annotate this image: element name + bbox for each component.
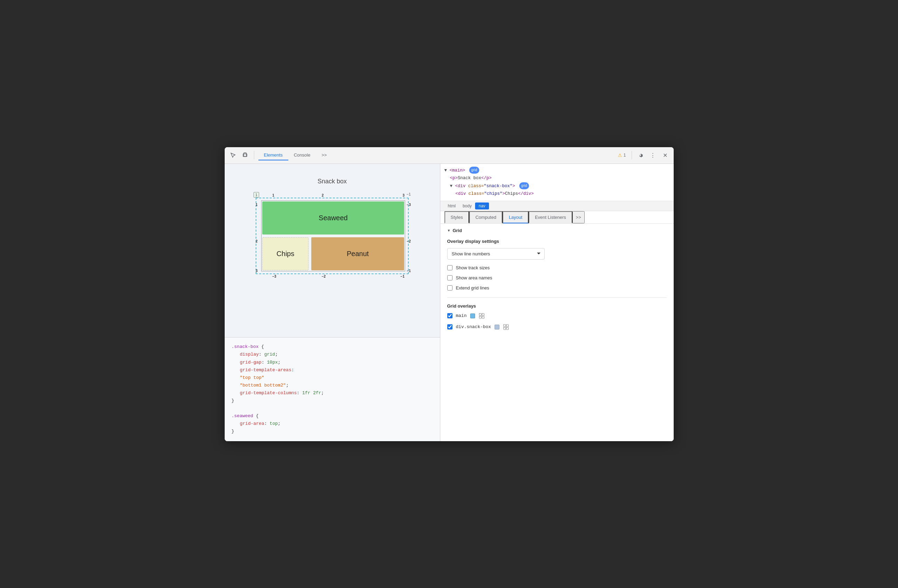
warning-count: 1 [624, 153, 626, 158]
dom-tag-chips-close: </div> [518, 191, 534, 196]
breadcrumb-nav[interactable]: nav [475, 203, 489, 209]
toolbar-divider [254, 151, 254, 159]
subtab-layout[interactable]: Layout [503, 211, 529, 223]
checkbox-area-names-label: Show area names [456, 275, 492, 280]
dom-tag-p-open: <p> [450, 176, 458, 180]
dom-tree: ▼ <main> grid <p>Snack box</p> ▼ <div cl… [440, 164, 674, 201]
main-content: Snack box 1 −1 1 2 3 1 2 3 [224, 164, 674, 441]
tab-console[interactable]: Console [288, 150, 316, 160]
code-line-8: } [232, 397, 433, 405]
code-line-9: .seaweed { [232, 412, 433, 420]
code-line-5: "top top" [232, 374, 433, 382]
right-panel: ▼ <main> grid <p>Snack box</p> ▼ <div cl… [440, 164, 674, 441]
toolbar-tabs: Elements Console >> [258, 150, 614, 160]
breadcrumb: html body nav [440, 201, 674, 211]
checkbox-track-sizes-label: Show track sizes [456, 265, 490, 270]
svg-rect-7 [506, 325, 509, 327]
code-line-1: .snack-box { [232, 343, 433, 351]
dom-tag-div-end: > [513, 184, 515, 189]
row-num-neg3: −3 [407, 203, 411, 207]
more-options-icon[interactable]: ⋮ [647, 149, 658, 161]
overlay-item-snack-box: div.snack-box [447, 324, 667, 330]
dropdown-row: Show line numbersShow line namesHide [447, 248, 667, 260]
subtab-styles[interactable]: Styles [444, 211, 469, 223]
device-toggle-icon[interactable] [240, 149, 251, 161]
col-num-1: 1 [272, 194, 274, 197]
subtab-computed[interactable]: Computed [469, 211, 503, 223]
checkbox-main-overlay[interactable] [447, 313, 452, 319]
close-icon[interactable]: ✕ [660, 149, 671, 161]
grid-title: Snack box [318, 178, 347, 185]
dom-line-main[interactable]: ▼ <main> grid [444, 167, 669, 175]
grid-visualizer: Snack box 1 −1 1 2 3 1 2 3 [224, 164, 440, 337]
row-num-1: 1 [255, 203, 258, 207]
code-panel: .snack-box { display: grid; grid-gap: 10… [224, 337, 440, 441]
warning-icon: ⚠ [618, 152, 622, 158]
tab-elements[interactable]: Elements [258, 150, 288, 160]
grid-section-label: Grid [452, 228, 462, 233]
checkbox-show-track-sizes: Show track sizes [447, 265, 667, 270]
grid-section-triangle: ▼ [447, 229, 451, 232]
section-divider [447, 297, 667, 298]
bottom-num-neg1: −1 [401, 274, 404, 279]
col-num-2: 2 [322, 194, 324, 197]
grid-badge-div: grid [519, 182, 529, 189]
svg-rect-2 [479, 314, 481, 316]
layout-panel: ▼ Grid Overlay display settings Show lin… [440, 224, 674, 441]
overlay-snack-box-name: div.snack-box [456, 324, 491, 329]
inspector-icon[interactable] [228, 149, 238, 161]
svg-rect-4 [479, 316, 481, 319]
checkbox-track-sizes-input[interactable] [447, 265, 452, 270]
dom-line-div[interactable]: ▼ <div class="snack-box"> grid [444, 182, 669, 190]
dom-tag-div-open: <div [455, 184, 469, 189]
checkbox-extend-lines-input[interactable] [447, 285, 452, 291]
left-panel: Snack box 1 −1 1 2 3 1 2 3 [224, 164, 440, 441]
grid-overlays-title: Grid overlays [447, 303, 667, 309]
line-numbers-select[interactable]: Show line numbersShow line namesHide [447, 248, 544, 260]
svg-rect-9 [506, 328, 509, 329]
dom-attr-class-val: "snack-box" [484, 184, 513, 189]
dom-line-chips[interactable]: <div class="chips">Chips</div> [444, 190, 669, 198]
dom-tag-chips-open: <div [456, 191, 469, 196]
checkbox-snack-box-overlay[interactable] [447, 324, 452, 329]
overlay-settings-title: Overlay display settings [447, 239, 667, 244]
col-num-3: 3 [402, 194, 404, 197]
collapse-triangle-div: ▼ [450, 184, 455, 189]
cell-seaweed: Seaweed [262, 202, 404, 234]
dom-attr-class: class= [468, 184, 484, 189]
bottom-num-neg3: −3 [272, 274, 276, 279]
cell-chips: Chips [262, 237, 309, 270]
breadcrumb-body[interactable]: body [459, 203, 475, 209]
overlay-main-grid-icon[interactable] [478, 313, 485, 319]
dom-line-p[interactable]: <p>Snack box</p> [444, 174, 669, 182]
dom-text-chips: Chips [505, 191, 518, 196]
grid-container: 1 −1 1 2 3 1 2 3 −3 −2 −1 −3 [252, 191, 412, 281]
checkbox-area-names-input[interactable] [447, 275, 452, 280]
overlay-snack-box-color[interactable] [495, 325, 500, 329]
code-line-4: grid-template-areas: [232, 366, 433, 374]
breadcrumb-html[interactable]: html [444, 203, 460, 209]
overlay-main-color[interactable] [470, 314, 475, 319]
grid-section-header[interactable]: ▼ Grid [447, 228, 667, 233]
toolbar-right: ⚠ 1 ⋮ ✕ [615, 149, 671, 161]
overlay-snack-box-grid-icon[interactable] [503, 324, 509, 330]
code-line-empty [232, 405, 433, 412]
row-num-neg1: −1 [407, 269, 411, 273]
dom-attr-chips-class: class= [469, 191, 484, 196]
devtools-window: Elements Console >> ⚠ 1 ⋮ ✕ Snack box [224, 147, 674, 441]
code-line-10: grid-area: top; [232, 420, 433, 428]
warning-badge: ⚠ 1 [615, 151, 629, 159]
dom-tag-main: <main> [450, 168, 465, 173]
overlay-item-main: main [447, 313, 667, 319]
svg-rect-8 [504, 328, 506, 329]
subtab-event-listeners[interactable]: Event Listeners [529, 211, 572, 223]
grid-badge-main: grid [469, 167, 479, 174]
grid-overlays-section: Grid overlays main [447, 303, 667, 330]
checkbox-show-area-names: Show area names [447, 275, 667, 280]
subtab-more[interactable]: >> [572, 211, 584, 223]
toolbar: Elements Console >> ⚠ 1 ⋮ ✕ [224, 147, 674, 164]
code-line-3: grid-gap: 10px; [232, 359, 433, 366]
settings-icon[interactable] [635, 149, 646, 161]
tab-more[interactable]: >> [316, 150, 332, 160]
svg-rect-0 [244, 153, 246, 157]
